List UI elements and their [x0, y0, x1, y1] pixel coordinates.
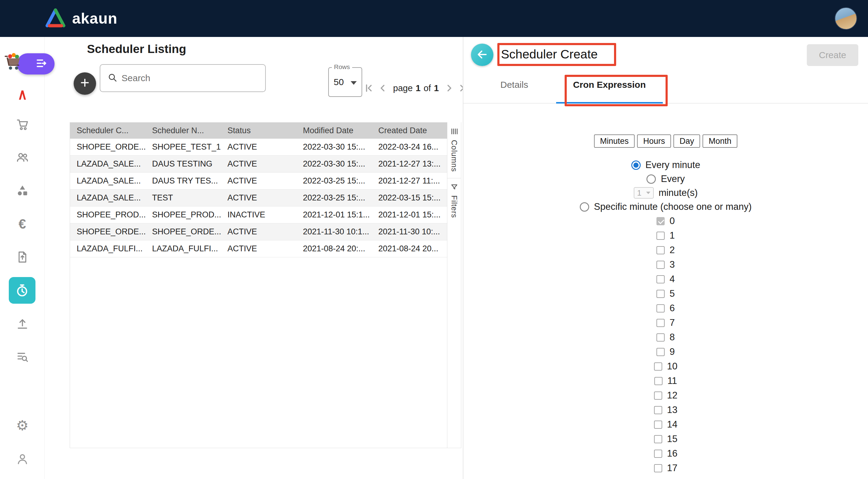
- minute-option-9[interactable]: 9: [656, 345, 675, 359]
- minute-option-4[interactable]: 4: [656, 272, 675, 286]
- minute-label: 9: [670, 346, 675, 357]
- shapes-icon[interactable]: [0, 180, 44, 202]
- minute-checkbox[interactable]: [656, 348, 664, 356]
- audit-search-icon[interactable]: [0, 346, 44, 368]
- minute-label: 3: [670, 259, 675, 270]
- store-logo-icon[interactable]: [4, 52, 23, 72]
- minute-option-17[interactable]: 17: [654, 461, 677, 475]
- minute-option-8[interactable]: 8: [656, 330, 675, 345]
- pos-app-icon[interactable]: [0, 84, 44, 106]
- interval-suffix: minute(s): [658, 187, 698, 198]
- minute-checkbox[interactable]: [654, 464, 662, 472]
- table-row[interactable]: SHOPEE_ORDE...SHOPEE_TEST_1ACTIVE2022-03…: [70, 139, 447, 156]
- minute-option-7[interactable]: 7: [656, 315, 675, 330]
- table-row[interactable]: SHOPEE_PROD...SHOPEE_PROD...INACTIVE2021…: [70, 206, 447, 224]
- cron-unit-day-button[interactable]: Day: [674, 134, 700, 148]
- minute-checkbox[interactable]: [656, 319, 664, 327]
- minute-option-12[interactable]: 12: [654, 388, 677, 403]
- upload-icon[interactable]: [0, 313, 44, 335]
- minute-checkbox[interactable]: [654, 450, 662, 458]
- back-button[interactable]: [471, 44, 493, 66]
- column-header[interactable]: Scheduler C...: [70, 126, 146, 135]
- minute-checkbox[interactable]: [654, 435, 662, 443]
- import-doc-icon[interactable]: [0, 246, 44, 268]
- tab-details[interactable]: Details: [485, 67, 544, 103]
- minute-checkbox[interactable]: [654, 363, 662, 371]
- table-row[interactable]: LAZADA_SALE...DAUS TESTINGACTIVE2022-03-…: [70, 156, 447, 173]
- akaun-logo-icon: [44, 8, 67, 29]
- table-cell: DAUS TRY TES...: [146, 176, 221, 185]
- tab-cron-expression[interactable]: Cron Expression: [556, 67, 663, 103]
- rows-label: Rows: [332, 63, 352, 71]
- create-button[interactable]: Create: [807, 44, 858, 66]
- table-row[interactable]: LAZADA_FULFI...LAZADA_FULFI...ACTIVE2021…: [70, 240, 447, 258]
- contacts-icon[interactable]: [0, 146, 44, 168]
- minute-option-16[interactable]: 16: [654, 446, 677, 461]
- search-input[interactable]: [122, 73, 249, 83]
- table-cell: LAZADA_FULFI...: [70, 244, 146, 253]
- minute-checkbox[interactable]: [656, 333, 664, 342]
- profile-icon[interactable]: [0, 448, 44, 470]
- filter-funnel-icon: [451, 183, 458, 192]
- table-row[interactable]: SHOPEE_ORDE...SHOPEE_ORDE...ACTIVE2021-1…: [70, 224, 447, 240]
- every-radio[interactable]: [647, 174, 656, 184]
- minute-option-6[interactable]: 6: [656, 301, 675, 315]
- rows-per-page-select[interactable]: Rows 50: [328, 67, 362, 97]
- table-row[interactable]: LAZADA_SALE...DAUS TRY TES...ACTIVE2022-…: [70, 173, 447, 190]
- column-header[interactable]: Status: [221, 126, 297, 135]
- next-page-button[interactable]: [443, 83, 455, 94]
- minute-checkbox[interactable]: [656, 304, 664, 312]
- minute-option-15[interactable]: 15: [654, 432, 677, 446]
- cron-unit-minutes-button[interactable]: Minutes: [594, 134, 635, 148]
- specific-minute-radio[interactable]: [580, 202, 589, 212]
- minute-checkbox[interactable]: [656, 246, 664, 254]
- table-cell: 2021-08-24 20...: [372, 244, 447, 253]
- specific-minute-option[interactable]: Specific minute (choose one or many): [580, 200, 752, 214]
- detail-title: Scheduler Create: [501, 47, 598, 62]
- minute-option-10[interactable]: 10: [654, 359, 677, 374]
- add-scheduler-button[interactable]: +: [74, 72, 96, 95]
- column-header[interactable]: Created Date: [372, 126, 447, 135]
- columns-control[interactable]: Columns: [447, 122, 461, 178]
- prev-page-button[interactable]: [377, 83, 389, 94]
- minute-option-14[interactable]: 14: [654, 417, 677, 432]
- minute-option-0[interactable]: 0: [656, 214, 675, 228]
- minute-checkbox[interactable]: [656, 275, 664, 283]
- minute-option-2[interactable]: 2: [656, 243, 675, 258]
- minute-checkbox[interactable]: [654, 377, 662, 385]
- cart-icon[interactable]: [0, 113, 44, 135]
- cron-unit-hours-button[interactable]: Hours: [637, 134, 671, 148]
- every-option[interactable]: Every: [647, 172, 685, 186]
- current-page: 1: [416, 83, 421, 93]
- filters-control[interactable]: Filters: [447, 178, 461, 224]
- table-row[interactable]: LAZADA_SALE...TESTACTIVE2022-03-25 15:..…: [70, 190, 447, 206]
- minute-checkbox[interactable]: [654, 420, 662, 429]
- minute-checkbox[interactable]: [656, 261, 664, 269]
- column-header[interactable]: Modified Date: [296, 126, 372, 135]
- minute-checkbox[interactable]: [656, 217, 664, 225]
- minute-checkbox[interactable]: [656, 232, 664, 240]
- minute-option-1[interactable]: 1: [656, 228, 675, 243]
- settings-gear-icon[interactable]: ⚙: [0, 414, 44, 436]
- minute-checkbox[interactable]: [656, 290, 664, 298]
- scheduler-icon[interactable]: [9, 277, 35, 304]
- minute-option-3[interactable]: 3: [656, 258, 675, 272]
- user-avatar[interactable]: [835, 7, 857, 30]
- scheduler-listing-panel: Scheduler Listing + Rows 50 page 1 of: [44, 37, 463, 479]
- minute-checkbox[interactable]: [654, 406, 662, 414]
- table-cell: 2022-03-25 15:...: [296, 193, 372, 203]
- search-box[interactable]: [100, 64, 266, 92]
- euro-icon[interactable]: €: [0, 213, 44, 235]
- minute-checkbox[interactable]: [654, 391, 662, 400]
- columns-label: Columns: [450, 140, 459, 172]
- column-header[interactable]: Scheduler N...: [146, 126, 221, 135]
- minute-option-5[interactable]: 5: [656, 286, 675, 301]
- minute-option-13[interactable]: 13: [654, 403, 677, 417]
- minute-label: 14: [667, 419, 677, 430]
- cron-unit-month-button[interactable]: Month: [703, 134, 737, 148]
- minute-option-11[interactable]: 11: [654, 374, 677, 388]
- interval-select[interactable]: 1: [634, 187, 654, 199]
- every-minute-option[interactable]: Every minute: [631, 158, 701, 172]
- first-page-button[interactable]: [363, 83, 375, 94]
- every-minute-radio[interactable]: [631, 161, 641, 170]
